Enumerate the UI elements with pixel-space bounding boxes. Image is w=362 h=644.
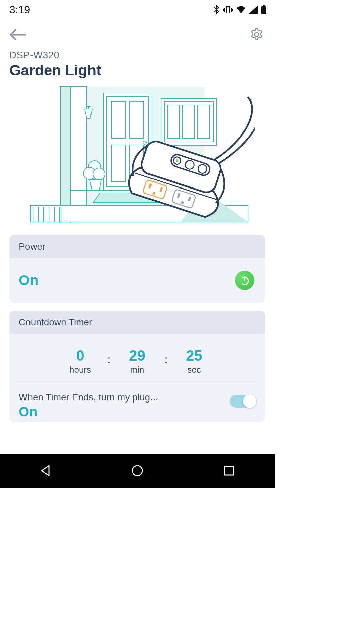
timer-action-state: On — [19, 404, 158, 419]
countdown-readout[interactable]: 0 hours 29 min 25 sec — [19, 342, 256, 383]
power-card-body: On — [9, 258, 265, 303]
svg-point-25 — [93, 168, 105, 180]
svg-point-7 — [255, 33, 259, 37]
countdown-min: 29 min — [112, 348, 163, 375]
svg-rect-10 — [70, 86, 86, 205]
title-area: DSP-W320 Garden Light — [0, 50, 275, 79]
device-name: Garden Light — [9, 62, 265, 79]
countdown-hours-value: 0 — [55, 348, 106, 363]
countdown-sec: 25 sec — [169, 348, 220, 375]
nav-back-button[interactable] — [39, 464, 53, 479]
toggle-knob — [243, 394, 256, 408]
time-separator-icon — [163, 357, 169, 363]
countdown-sec-label: sec — [169, 365, 220, 375]
app-header — [0, 19, 275, 50]
status-icons-cluster — [214, 5, 266, 14]
bluetooth-icon — [214, 5, 220, 14]
power-icon — [239, 275, 250, 286]
gear-icon — [249, 27, 264, 42]
circle-home-icon — [130, 464, 144, 478]
svg-rect-48 — [225, 466, 233, 475]
svg-rect-5 — [263, 5, 265, 6]
countdown-min-label: min — [112, 365, 163, 375]
power-state-label: On — [19, 272, 38, 288]
device-illustration — [0, 79, 275, 227]
power-card-title: Power — [9, 235, 265, 258]
vibrate-icon — [223, 6, 233, 14]
power-card: Power On — [9, 235, 265, 303]
countdown-min-value: 29 — [112, 348, 163, 363]
svg-point-47 — [132, 466, 142, 476]
cellular-icon — [249, 6, 258, 14]
power-toggle-button[interactable] — [235, 271, 254, 290]
device-model-id: DSP-W320 — [9, 50, 265, 61]
arrow-left-icon — [9, 29, 26, 41]
timer-action-row: When Timer Ends, turn my plug... On — [19, 383, 256, 422]
svg-rect-9 — [60, 86, 70, 223]
svg-rect-0 — [226, 6, 230, 13]
timer-action-toggle[interactable] — [230, 395, 256, 408]
back-button[interactable] — [9, 26, 26, 43]
time-separator-icon — [106, 357, 112, 363]
status-time: 3:19 — [9, 4, 30, 16]
svg-rect-6 — [261, 6, 266, 14]
countdown-card-title: Countdown Timer — [9, 311, 265, 334]
countdown-hours-label: hours — [55, 365, 106, 375]
settings-button[interactable] — [248, 26, 265, 43]
android-navigation-bar — [0, 454, 275, 488]
nav-home-button[interactable] — [130, 464, 144, 479]
battery-icon — [261, 5, 266, 14]
countdown-hours: 0 hours — [55, 348, 106, 375]
triangle-back-icon — [39, 464, 53, 478]
timer-action-label: When Timer Ends, turn my plug... — [19, 392, 158, 403]
status-bar: 3:19 — [0, 0, 275, 19]
countdown-sec-value: 25 — [169, 348, 220, 363]
square-recents-icon — [222, 464, 236, 477]
wifi-icon — [236, 6, 246, 13]
nav-recents-button[interactable] — [222, 464, 236, 479]
countdown-card: Countdown Timer 0 hours 29 min 25 sec Wh… — [9, 311, 265, 422]
